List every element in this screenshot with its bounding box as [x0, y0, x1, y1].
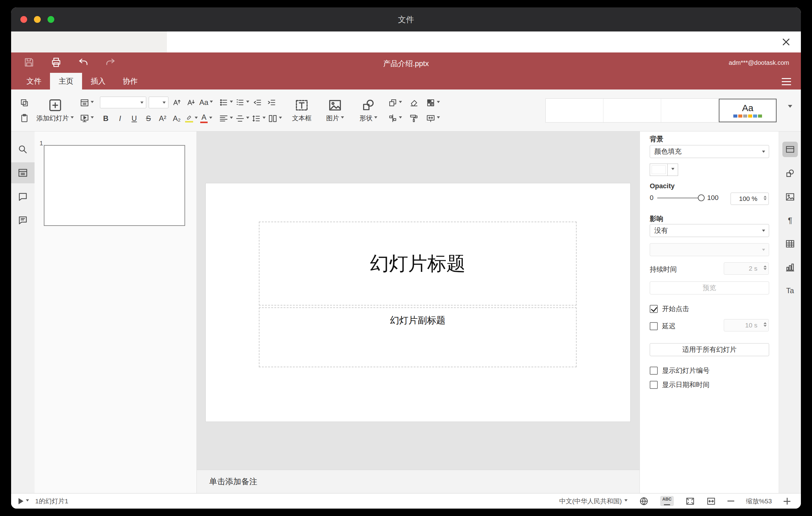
line-spacing-button[interactable] — [252, 112, 266, 125]
slide-size-button[interactable] — [426, 112, 440, 124]
opacity-slider[interactable] — [657, 198, 703, 198]
slide-layout-button[interactable] — [80, 96, 94, 109]
strikethrough-button[interactable]: S — [143, 112, 154, 125]
decrease-font-button[interactable] — [185, 96, 197, 109]
sidebar-item-feedback[interactable] — [11, 210, 34, 231]
panel-tab-slide-settings[interactable] — [779, 139, 801, 160]
sidebar-item-comments[interactable] — [11, 187, 34, 207]
duration-field[interactable]: 2 s — [724, 262, 769, 275]
font-color-button[interactable]: A — [200, 112, 212, 125]
theme-preview-selected[interactable]: Aa — [719, 99, 777, 122]
slide-thumbnail-1[interactable] — [44, 145, 185, 226]
preview-button[interactable]: 预览 — [650, 282, 769, 294]
insert-textbox-button[interactable]: 文本框 — [288, 98, 315, 122]
font-size-select[interactable] — [149, 96, 169, 108]
horizontal-align-button[interactable] — [219, 112, 233, 125]
insert-shape-button[interactable]: 形状 — [355, 98, 382, 122]
panel-tab-paragraph-settings[interactable]: ¶ — [779, 210, 801, 231]
spellcheck-button[interactable]: ABC — [660, 496, 674, 506]
vertical-align-button[interactable] — [235, 112, 249, 125]
bullet-list-button[interactable] — [219, 96, 233, 109]
background-fill-select[interactable]: 颜色填充 — [650, 145, 769, 158]
copy-style-button[interactable] — [408, 112, 420, 124]
copy-button[interactable] — [19, 96, 30, 109]
left-sidebar — [11, 132, 34, 493]
spinner-arrows-icon[interactable] — [763, 194, 767, 202]
slide-surface[interactable]: 幻灯片标题 幻灯片副标题 — [206, 183, 630, 422]
start-on-click-checkbox-row[interactable]: 开始点击 — [650, 304, 689, 314]
paragraph-icon: ¶ — [788, 216, 792, 225]
superscript-button[interactable]: A² — [157, 112, 169, 125]
minus-icon — [727, 500, 734, 501]
notes-area[interactable]: 单击添加备注 — [197, 470, 640, 493]
show-slide-number-row[interactable]: 显示幻灯片编号 — [650, 366, 709, 375]
tab-home[interactable]: 主页 — [50, 73, 82, 89]
apply-to-all-label: 适用于所有幻灯片 — [683, 345, 737, 354]
menu-icon[interactable] — [782, 78, 791, 85]
align-shapes-button[interactable] — [388, 112, 402, 124]
italic-label: I — [119, 114, 121, 123]
panel-tab-shape-settings[interactable] — [779, 163, 801, 184]
paste-button[interactable] — [19, 112, 30, 124]
show-date-time-row[interactable]: 显示日期和时间 — [650, 380, 709, 390]
clear-style-button[interactable] — [408, 96, 420, 109]
spinner-arrows-icon[interactable] — [763, 321, 767, 328]
fit-slide-button[interactable] — [686, 496, 695, 506]
background-color-select[interactable] — [650, 164, 678, 176]
tab-insert[interactable]: 插入 — [82, 73, 114, 89]
checkbox-checked-icon[interactable] — [650, 305, 658, 313]
numbered-list-button[interactable] — [235, 96, 249, 109]
close-traffic-button[interactable] — [20, 16, 27, 23]
start-slideshow-button[interactable] — [80, 112, 94, 124]
italic-button[interactable]: I — [114, 112, 126, 125]
insert-image-button[interactable]: 图片 — [321, 98, 349, 122]
change-case-button[interactable]: Aa — [199, 96, 213, 109]
document-language-button[interactable] — [639, 496, 648, 506]
highlight-color-button[interactable] — [185, 112, 198, 125]
zoom-out-button[interactable] — [727, 500, 734, 501]
start-slideshow-status-button[interactable] — [19, 498, 29, 504]
arrange-shapes-button[interactable] — [388, 96, 402, 109]
panel-tab-table-settings[interactable] — [779, 233, 801, 254]
increase-font-button[interactable] — [171, 96, 183, 109]
minimize-traffic-button[interactable] — [34, 16, 41, 23]
opacity-slider-handle[interactable] — [698, 194, 705, 201]
spinner-arrows-icon[interactable] — [763, 264, 767, 271]
language-selector[interactable]: 中文(中华人民共和国) — [559, 497, 628, 506]
checkbox-unchecked-icon[interactable] — [650, 367, 658, 375]
zoom-traffic-button[interactable] — [48, 16, 54, 23]
increase-indent-button[interactable] — [266, 96, 278, 109]
effect-type-select[interactable] — [650, 243, 769, 256]
panel-tab-image-settings[interactable] — [779, 187, 801, 207]
gallery-expand-button[interactable] — [788, 108, 792, 113]
apply-to-all-slides-button[interactable]: 适用于所有幻灯片 — [650, 343, 769, 356]
decrease-indent-button[interactable] — [252, 96, 263, 109]
delay-field[interactable]: 10 s — [724, 319, 769, 332]
panel-tab-textart-settings[interactable]: Ta — [779, 280, 801, 301]
sidebar-item-slides[interactable] — [11, 162, 34, 183]
theme-preview-blank-3[interactable] — [661, 99, 719, 122]
underline-button[interactable]: U — [128, 112, 140, 125]
columns-button[interactable] — [268, 112, 282, 125]
bold-button[interactable]: B — [100, 112, 112, 125]
checkbox-unchecked-icon[interactable] — [650, 322, 658, 330]
effect-select[interactable]: 没有 — [650, 224, 769, 237]
sidebar-item-search[interactable] — [11, 139, 34, 160]
title-placeholder[interactable]: 幻灯片标题 — [259, 222, 577, 306]
tab-file[interactable]: 文件 — [18, 73, 50, 89]
subscript-button[interactable]: A₂ — [171, 112, 183, 125]
checkbox-unchecked-icon[interactable] — [650, 381, 658, 389]
theme-preview-blank-1[interactable] — [546, 99, 604, 122]
theme-preview-blank-2[interactable] — [604, 99, 661, 122]
color-scheme-button[interactable] — [426, 96, 440, 109]
fit-width-button[interactable] — [706, 496, 716, 506]
subtitle-placeholder[interactable]: 幻灯片副标题 — [259, 307, 577, 367]
font-name-select[interactable] — [100, 96, 146, 108]
add-slide-button[interactable]: 添加幻灯片 — [36, 98, 74, 122]
close-icon[interactable] — [781, 37, 791, 47]
panel-tab-chart-settings[interactable] — [779, 257, 801, 278]
delay-checkbox-row[interactable]: 延迟 — [650, 322, 676, 331]
opacity-value-field[interactable]: 100 % — [730, 193, 769, 205]
zoom-in-button[interactable] — [784, 498, 790, 505]
tab-collaboration[interactable]: 协作 — [114, 73, 146, 89]
